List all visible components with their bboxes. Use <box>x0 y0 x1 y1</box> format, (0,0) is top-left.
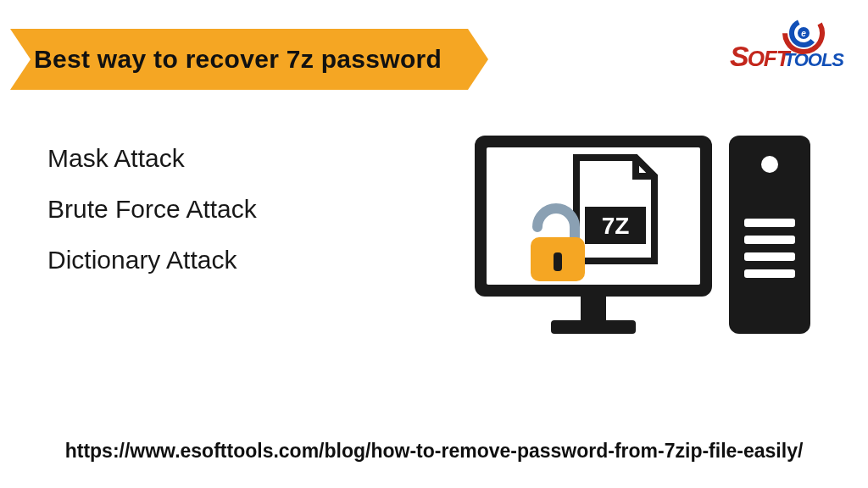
svg-rect-9 <box>744 219 795 227</box>
footer-url: https://www.esofttools.com/blog/how-to-r… <box>0 439 868 464</box>
tower-icon <box>729 136 810 334</box>
svg-rect-15 <box>554 252 562 271</box>
svg-rect-11 <box>744 252 795 261</box>
logo-swirl-icon: e <box>782 11 826 55</box>
svg-text:e: e <box>801 29 806 38</box>
svg-rect-10 <box>744 236 795 244</box>
list-item: Mask Attack <box>47 144 403 173</box>
brand-logo: e S OFT TOOLS <box>727 8 846 75</box>
svg-rect-12 <box>744 269 795 278</box>
list-item: Dictionary Attack <box>47 246 403 274</box>
page-title: Best way to recover 7z password <box>34 45 442 74</box>
list-item: Brute Force Attack <box>47 195 403 224</box>
computer-illustration: 7Z <box>449 127 822 356</box>
title-ribbon: Best way to recover 7z password <box>10 29 468 90</box>
svg-rect-5 <box>581 297 606 322</box>
svg-rect-6 <box>551 320 636 334</box>
logo-part-s: S <box>730 40 748 73</box>
file-label: 7Z <box>602 213 630 239</box>
methods-list: Mask Attack Brute Force Attack Dictionar… <box>47 144 403 297</box>
slide: Best way to recover 7z password e S OFT … <box>0 0 868 488</box>
file-7z-icon: 7Z <box>576 158 654 261</box>
svg-point-8 <box>761 156 778 173</box>
